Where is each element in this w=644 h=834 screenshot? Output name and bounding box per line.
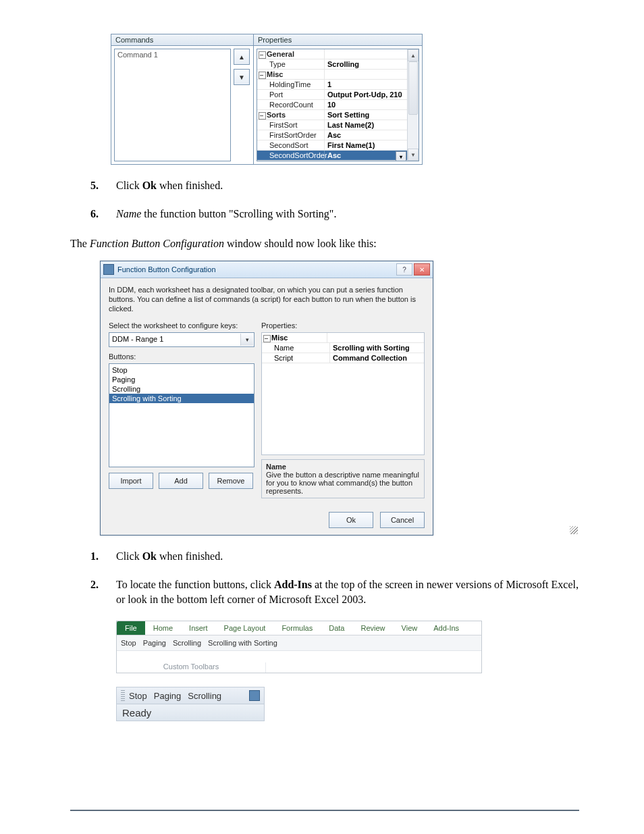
toolbar-button[interactable]: Scrolling bbox=[188, 691, 221, 701]
property-row[interactable]: FirstSortOrderAsc bbox=[257, 130, 408, 140]
remove-button[interactable]: Remove bbox=[209, 473, 253, 489]
move-down-button[interactable]: ▼ bbox=[234, 69, 250, 85]
step-2: 2.To locate the function buttons, click … bbox=[70, 577, 579, 607]
chevron-down-icon[interactable]: ▾ bbox=[240, 334, 253, 346]
property-row[interactable]: SecondSortOrderAsc▾ bbox=[257, 151, 408, 161]
list-item[interactable]: Scrolling with Sorting bbox=[109, 394, 254, 403]
list-item[interactable]: Scrolling bbox=[109, 384, 254, 394]
property-row[interactable]: PortOutput Port-Udp, 210 bbox=[257, 90, 408, 100]
properties-label: Properties: bbox=[261, 321, 425, 330]
worksheet-combo[interactable]: DDM - Range 1▾ bbox=[109, 332, 254, 347]
ribbon-tab[interactable]: Formulas bbox=[273, 621, 321, 635]
resize-grip-icon[interactable] bbox=[570, 526, 578, 534]
ribbon-tab[interactable]: Review bbox=[352, 621, 393, 635]
dropdown-icon[interactable]: ▾ bbox=[396, 151, 406, 161]
help-button[interactable]: ? bbox=[396, 263, 412, 276]
close-button[interactable]: ✕ bbox=[414, 263, 430, 276]
scroll-up-icon[interactable]: ▲ bbox=[408, 49, 419, 61]
intro-text: In DDM, each worksheet has a designated … bbox=[109, 285, 425, 313]
step-6: 6.Name the function button "Scrolling wi… bbox=[70, 207, 579, 221]
window-title: Function Button Configuration bbox=[117, 265, 216, 273]
toolbar-button[interactable]: Paging bbox=[143, 639, 166, 647]
worksheet-label: Select the worksheet to configure keys: bbox=[109, 321, 254, 330]
ok-button[interactable]: Ok bbox=[329, 512, 373, 528]
buttons-list[interactable]: StopPagingScrollingScrolling with Sortin… bbox=[109, 363, 254, 467]
property-row[interactable]: ScriptCommand Collection bbox=[262, 353, 424, 363]
toolbar-button[interactable]: Paging bbox=[154, 691, 181, 701]
step-1: 1.Click Ok when finished. bbox=[70, 549, 579, 564]
property-row[interactable]: NameScrolling with Sorting bbox=[262, 343, 424, 353]
property-row[interactable]: HoldingTime1 bbox=[257, 80, 408, 90]
command-item[interactable]: Command 1 bbox=[117, 51, 158, 59]
toolbar-button[interactable]: Scrolling with Sorting bbox=[208, 639, 277, 647]
custom-toolbar[interactable]: StopPagingScrolling bbox=[116, 687, 265, 704]
list-item[interactable]: Stop bbox=[109, 365, 254, 375]
scrollbar[interactable]: ▲ ▼ bbox=[407, 49, 419, 161]
ribbon-tab[interactable]: Add-Ins bbox=[425, 621, 467, 635]
property-row[interactable]: Misc bbox=[262, 333, 424, 343]
ribbon-tab[interactable]: Page Layout bbox=[216, 621, 274, 635]
toolbar-button[interactable]: Stop bbox=[129, 691, 147, 701]
toolbar-button[interactable]: Stop bbox=[121, 639, 136, 647]
toolbar-button[interactable]: Scrolling bbox=[173, 639, 201, 647]
toolbar-overflow-icon[interactable] bbox=[249, 690, 260, 701]
excel-ribbon: FileHomeInsertPage LayoutFormulasDataRev… bbox=[116, 621, 482, 673]
property-row[interactable]: SecondSortFirst Name(1) bbox=[257, 140, 408, 151]
move-up-button[interactable]: ▲ bbox=[234, 49, 250, 65]
ribbon-tab[interactable]: View bbox=[394, 621, 426, 635]
excel-2003-toolbar: StopPagingScrolling Ready bbox=[116, 687, 265, 721]
property-row[interactable]: RecordCount10 bbox=[257, 100, 408, 110]
properties-grid-2[interactable]: MiscNameScrolling with SortingScriptComm… bbox=[261, 332, 425, 455]
property-row[interactable]: SortsSort Setting bbox=[257, 110, 408, 120]
toolbar-handle-icon[interactable] bbox=[121, 690, 125, 701]
status-bar: Ready bbox=[116, 704, 265, 721]
buttons-label: Buttons: bbox=[109, 353, 254, 361]
commands-properties-panel: Commands Command 1 ▲ ▼ Properties Genera… bbox=[111, 34, 423, 165]
commands-header: Commands bbox=[111, 34, 253, 46]
custom-toolbar-strip[interactable]: StopPagingScrollingScrolling with Sortin… bbox=[117, 635, 481, 651]
properties-header: Properties bbox=[254, 34, 422, 46]
cancel-button[interactable]: Cancel bbox=[380, 512, 425, 528]
add-button[interactable]: Add bbox=[159, 473, 203, 489]
ribbon-tabs[interactable]: FileHomeInsertPage LayoutFormulasDataRev… bbox=[117, 621, 481, 635]
step-5: 5.Click Ok when finished. bbox=[70, 178, 579, 193]
scroll-down-icon[interactable]: ▼ bbox=[408, 149, 419, 161]
ribbon-tab[interactable]: Insert bbox=[181, 621, 216, 635]
properties-grid[interactable]: GeneralTypeScrollingMiscHoldingTime1Port… bbox=[257, 49, 419, 161]
ribbon-tab[interactable]: File bbox=[117, 621, 145, 635]
page-footer-rule bbox=[70, 810, 579, 811]
scroll-thumb[interactable] bbox=[408, 61, 418, 115]
commands-list[interactable]: Command 1 bbox=[114, 49, 231, 161]
property-description: Name Give the button a descriptive name … bbox=[261, 459, 425, 498]
note-text: The Function Button Configuration window… bbox=[70, 236, 579, 251]
window-icon bbox=[103, 264, 114, 275]
ribbon-group-label: Custom Toolbars bbox=[117, 662, 266, 673]
list-item[interactable]: Paging bbox=[109, 375, 254, 384]
ribbon-tab[interactable]: Data bbox=[321, 621, 352, 635]
property-row[interactable]: Misc bbox=[257, 70, 408, 80]
ribbon-tab[interactable]: Home bbox=[145, 621, 181, 635]
import-button[interactable]: Import bbox=[109, 473, 153, 489]
property-row[interactable]: FirstSortLast Name(2) bbox=[257, 120, 408, 130]
property-row[interactable]: General bbox=[257, 49, 408, 59]
function-button-config-window: Function Button Configuration ? ✕ In DDM… bbox=[100, 261, 433, 536]
property-row[interactable]: TypeScrolling bbox=[257, 59, 408, 70]
